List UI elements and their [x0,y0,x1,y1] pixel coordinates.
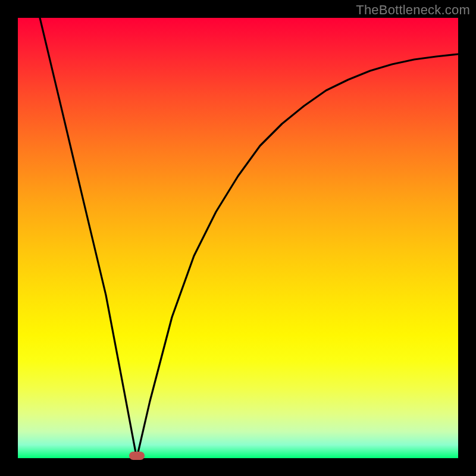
bottleneck-curve [40,18,458,458]
chart-frame: TheBottleneck.com [0,0,476,476]
watermark-text: TheBottleneck.com [356,2,470,18]
optimal-marker [129,452,145,460]
curve-svg [18,18,458,458]
plot-area [18,18,458,458]
